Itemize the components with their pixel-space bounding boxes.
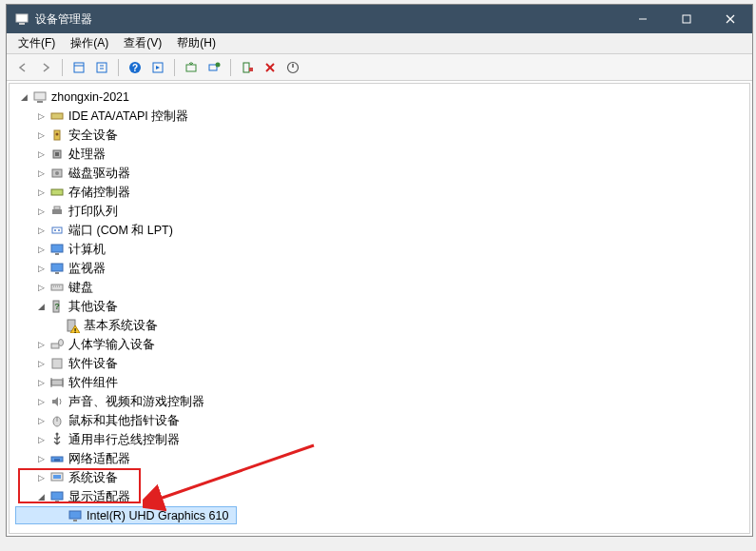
svg-text:?: ?	[132, 63, 138, 73]
svg-rect-64	[73, 520, 77, 521]
minimize-button[interactable]	[621, 5, 665, 33]
chevron-down-icon[interactable]: ◢	[34, 490, 48, 503]
menu-help[interactable]: 帮助(H)	[169, 33, 223, 53]
tree-node-display[interactable]: ◢ 显示适配器	[13, 487, 749, 506]
chevron-right-icon[interactable]: ▷	[34, 109, 48, 123]
chevron-right-icon[interactable]: ▷	[34, 205, 48, 218]
enable-button[interactable]	[282, 57, 303, 78]
svg-rect-6	[74, 63, 84, 72]
tree-node-keyboard[interactable]: ▷ 键盘	[13, 278, 749, 297]
window-title: 设备管理器	[35, 11, 621, 28]
tree-node-display-intel[interactable]: Intel(R) UHD Graphics 610	[15, 506, 237, 524]
chevron-right-icon[interactable]: ▷	[34, 186, 48, 199]
tree-node-monitor[interactable]: ▷ 监视器	[13, 259, 749, 278]
device-tree[interactable]: ◢ zhongxin-2021 ▷ IDE ATA/ATAPI 控制器 ▷ 安全…	[9, 83, 750, 534]
uninstall-button[interactable]	[237, 57, 258, 78]
tree-label: IDE ATA/ATAPI 控制器	[68, 107, 188, 126]
svg-rect-22	[34, 92, 46, 100]
tree-node-usb[interactable]: ▷ 通用串行总线控制器	[13, 430, 749, 449]
scan-hardware-button[interactable]	[181, 57, 202, 78]
svg-point-49	[59, 340, 64, 346]
chevron-right-icon[interactable]: ▷	[34, 128, 48, 142]
disable-button[interactable]	[260, 57, 281, 78]
tree-node-other[interactable]: ◢ ? 其他设备	[13, 297, 749, 316]
chevron-right-icon[interactable]: ▷	[34, 471, 48, 484]
tree-label: 监视器	[68, 259, 106, 278]
chevron-right-icon[interactable]: ▷	[34, 338, 48, 351]
close-button[interactable]	[708, 5, 752, 33]
storage-icon	[49, 185, 65, 200]
chevron-down-icon[interactable]: ◢	[34, 300, 48, 313]
chevron-right-icon[interactable]: ▷	[34, 224, 48, 237]
tree-node-ide[interactable]: ▷ IDE ATA/ATAPI 控制器	[13, 107, 749, 126]
tree-node-softdev[interactable]: ▷ 软件设备	[13, 354, 749, 373]
chevron-right-icon[interactable]: ▷	[34, 414, 48, 427]
tree-node-other-basic[interactable]: ! 基本系统设备	[13, 316, 749, 335]
svg-rect-33	[54, 207, 60, 209]
chevron-right-icon[interactable]: ▷	[34, 243, 48, 256]
tree-node-disk[interactable]: ▷ 磁盘驱动器	[13, 164, 749, 183]
menu-action[interactable]: 操作(A)	[63, 33, 116, 53]
menu-view[interactable]: 查看(V)	[116, 33, 169, 53]
tree-node-printq[interactable]: ▷ 打印队列	[13, 202, 749, 221]
tree-node-hid[interactable]: ▷ 人体学输入设备	[13, 335, 749, 354]
tree-node-sound[interactable]: ▷ 声音、视频和游戏控制器	[13, 392, 749, 411]
tree-label: 鼠标和其他指针设备	[68, 411, 180, 430]
svg-text:?: ?	[54, 302, 60, 311]
chevron-right-icon[interactable]: ▷	[34, 376, 48, 389]
system-icon	[49, 470, 65, 485]
chevron-right-icon[interactable]: ▷	[34, 148, 48, 161]
tree-node-mouse[interactable]: ▷ 鼠标和其他指针设备	[13, 411, 749, 430]
chevron-right-icon[interactable]: ▷	[34, 433, 48, 446]
chevron-right-icon[interactable]: ▷	[34, 357, 48, 370]
tree-node-system[interactable]: ▷ 系统设备	[13, 468, 749, 487]
svg-rect-38	[55, 253, 59, 255]
maximize-button[interactable]	[665, 5, 708, 33]
svg-rect-39	[51, 264, 63, 271]
tree-node-softcomp[interactable]: ▷ 软件组件	[13, 373, 749, 392]
chevron-right-icon[interactable]: ▷	[34, 281, 48, 294]
controller-icon	[49, 108, 65, 124]
menubar: 文件(F) 操作(A) 查看(V) 帮助(H)	[7, 33, 752, 54]
svg-rect-32	[52, 209, 62, 214]
chevron-right-icon[interactable]: ▷	[34, 262, 48, 275]
back-button[interactable]	[12, 57, 33, 78]
tree-label: 磁盘驱动器	[68, 164, 130, 183]
tree-node-cpu[interactable]: ▷ 处理器	[13, 145, 749, 164]
chevron-right-icon[interactable]: ▷	[34, 395, 48, 408]
device-manager-icon	[14, 11, 29, 27]
properties-button[interactable]	[91, 57, 112, 78]
svg-rect-3	[683, 15, 690, 23]
tree-node-storage[interactable]: ▷ 存储控制器	[13, 183, 749, 202]
tree-node-network[interactable]: ▷ 网络适配器	[13, 449, 749, 468]
warning-device-icon: !	[65, 318, 80, 333]
tree-label: 软件设备	[68, 354, 118, 373]
update-driver-button[interactable]	[204, 57, 224, 78]
chevron-right-icon[interactable]: ▷	[34, 167, 48, 180]
tree-root[interactable]: ◢ zhongxin-2021	[13, 88, 749, 107]
printer-icon	[49, 204, 65, 219]
svg-point-56	[56, 433, 59, 436]
tree-label: 存储控制器	[68, 183, 130, 202]
usb-icon	[49, 432, 65, 447]
svg-rect-48	[51, 344, 59, 348]
tree-node-security[interactable]: ▷ 安全设备	[13, 126, 749, 145]
action-button[interactable]	[147, 57, 168, 78]
tree-label: 键盘	[68, 278, 93, 297]
cpu-icon	[49, 147, 65, 162]
help-button[interactable]: ?	[125, 57, 145, 78]
menu-file[interactable]: 文件(F)	[10, 33, 63, 53]
software-icon	[49, 356, 65, 371]
tree-node-computer[interactable]: ▷ 计算机	[13, 240, 749, 259]
svg-rect-31	[51, 189, 63, 195]
show-hide-tree-button[interactable]	[68, 57, 89, 78]
svg-rect-0	[16, 14, 28, 22]
svg-point-36	[58, 229, 60, 231]
tree-node-ports[interactable]: ▷ 端口 (COM 和 LPT)	[13, 221, 749, 240]
chevron-right-icon[interactable]: ▷	[34, 452, 48, 465]
chevron-down-icon[interactable]: ◢	[17, 90, 30, 104]
hid-icon	[49, 337, 65, 352]
forward-button[interactable]	[35, 57, 56, 78]
tree-label: 显示适配器	[68, 487, 130, 506]
tree-label: 基本系统设备	[84, 316, 158, 335]
